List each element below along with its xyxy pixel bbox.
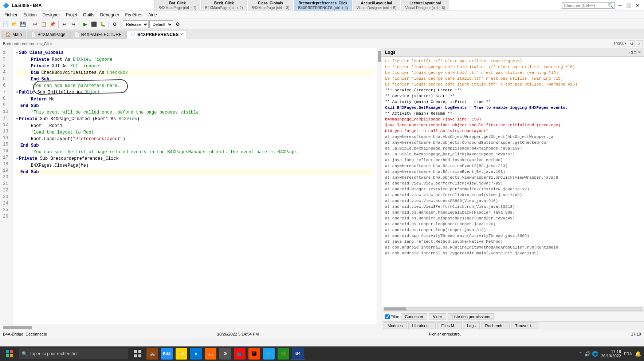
taskbar-clock: 17:19 26/10/2022	[601, 349, 621, 358]
taskbar-app8[interactable]: 🅿	[248, 347, 261, 360]
filter-checkbox[interactable]	[385, 314, 390, 319]
line-number-5: 5	[3, 76, 11, 82]
menu-item-outils[interactable]: Outils	[80, 12, 97, 18]
log-entry: at La.Bible.b4xmainpage_bat_click(b4xmai…	[385, 151, 641, 157]
clear-button[interactable]: Vider	[429, 313, 446, 320]
bottom-tab-modules[interactable]: Modules	[384, 322, 407, 329]
file-tab-b4xmainpage[interactable]: 📄B4XMainPage	[27, 31, 70, 39]
bottom-tab-librairies...[interactable]: Librairies...	[408, 322, 436, 329]
paste-btn[interactable]: 📌	[48, 20, 56, 28]
tray-notifications-icon[interactable]: 🔔	[635, 351, 641, 357]
global-search-input[interactable]	[564, 3, 608, 8]
code-line-10: Return Me	[16, 96, 374, 103]
menu-bar: FichierÉditionDesignerProjetOutilsDébogu…	[0, 11, 644, 19]
log-entry: *** Service (starter) Create ***	[385, 87, 641, 93]
panel-collapse-btn-right[interactable]: ▷	[636, 40, 643, 47]
new-file-btn[interactable]: 📄	[1, 20, 9, 28]
menu-item-designer[interactable]: Designer	[40, 12, 63, 18]
file-tab-main[interactable]: 🏠Main	[1, 31, 26, 39]
cut-btn[interactable]: ✂	[31, 20, 39, 28]
tray-network-icon[interactable]: 🌐	[592, 351, 598, 357]
build-mode-dropdown[interactable]: Release Debug	[123, 20, 149, 28]
line-number-1: 1	[3, 49, 11, 56]
save-btn[interactable]: 💾	[19, 20, 27, 28]
log-entry: at com.android.internal.os.ZygoteInit.ma…	[385, 250, 641, 256]
line-number-4: 4	[3, 69, 11, 76]
panel-collapse-btn-left[interactable]: ◁	[628, 40, 635, 47]
menu-item-édition[interactable]: Édition	[20, 12, 40, 18]
bottom-tab-recherch...[interactable]: Recherch...	[481, 322, 510, 329]
taskbar-app5[interactable]: 🦊	[204, 347, 217, 360]
title-tab-bat-click[interactable]: Bat_ClickB4XMainPage (ctrl + 1)	[154, 0, 200, 11]
svg-rect-5	[138, 350, 141, 353]
logs-collapse-btn[interactable]: ◁	[629, 50, 632, 55]
line-number-15: 15	[3, 141, 11, 148]
taskbar-app10[interactable]: 🌿	[277, 347, 290, 360]
taskbar-search-box[interactable]: 🔍 Taper ici pour rechercher	[19, 348, 128, 359]
editor-scrollbar-horizontal[interactable]	[0, 325, 382, 330]
config-dropdown[interactable]: Default	[149, 20, 173, 28]
taskbar-files-app[interactable]: 📁	[175, 347, 188, 360]
taskbar-castle-app[interactable]: 🏰	[146, 347, 159, 360]
editor-scrollbar-vertical[interactable]	[377, 48, 382, 325]
taskbar-app6[interactable]: ⚙	[219, 347, 232, 360]
file-tab-close[interactable]: ✕	[180, 32, 183, 36]
menu-item-fenêtres[interactable]: Fenêtres	[122, 12, 145, 18]
zoom-dropdown-icon[interactable]: ▾	[624, 41, 627, 46]
permissions-button[interactable]: Liste des permissions	[448, 313, 494, 320]
title-tab-bexit-click[interactable]: Bexit_ClickB4XMainPage (ctrl + 2)	[201, 0, 247, 11]
copy-btn[interactable]: 📋	[40, 20, 48, 28]
file-tab-b4xpreferences[interactable]: 📄B4XPREFERENCES✕	[126, 31, 187, 39]
menu-item-aide[interactable]: Aide	[145, 12, 160, 18]
undo-btn[interactable]: ↩	[60, 20, 68, 28]
title-tab-bretour-click[interactable]: Bretourdepreferences_ClickB4XPREFERENCES…	[294, 0, 352, 11]
taskbar-apps: 🏰 B4A 📁 e 🦊 ⚙ 📺 🅿 🐦 🌿 B4	[131, 347, 305, 360]
minimize-button[interactable]: ─	[616, 2, 624, 9]
taskbar-app7[interactable]: 📺	[233, 347, 246, 360]
code-line-23: ▼Private Sub Bretourdepreferences_Click	[16, 155, 374, 162]
tray-volume-icon[interactable]: 🔊	[584, 351, 590, 357]
taskbar-edge-app[interactable]: e	[189, 347, 203, 360]
fold-icon-23[interactable]: ▼	[16, 156, 18, 162]
file-tab-label: B4XPAGELECTURE	[81, 32, 122, 37]
logs-scrollbar[interactable]	[382, 306, 644, 312]
code-area[interactable]: ▼Sub Class_Globals Private Root As B4XVi…	[13, 48, 377, 325]
taskbar-app9[interactable]: 🐦	[262, 347, 275, 360]
line-number-21: 21	[3, 180, 11, 187]
logs-close-btn[interactable]: ✕	[638, 50, 641, 55]
open-btn[interactable]: 📂	[10, 20, 18, 28]
menu-item-fichier[interactable]: Fichier	[1, 12, 20, 18]
file-tab-b4xpagelecture[interactable]: 📄B4XPAGELECTURE	[70, 31, 126, 39]
taskbar-taskview-btn[interactable]	[131, 347, 144, 360]
bottom-tab-logs[interactable]: Logs	[463, 322, 480, 329]
settings-btn[interactable]: ⚙	[111, 20, 119, 28]
fold-icon-9[interactable]: ▼	[16, 90, 18, 96]
redo-btn[interactable]: ↪	[69, 20, 77, 28]
stop-btn[interactable]: ⬛	[90, 20, 98, 28]
start-button[interactable]	[3, 347, 16, 360]
logs-float-btn[interactable]: □	[634, 50, 636, 55]
debug-btn[interactable]: 🐛	[99, 20, 107, 28]
title-tab-lecture-layout[interactable]: LectureLayout.balVisual Designer (ctrl +…	[401, 0, 449, 11]
title-tab-class-globals[interactable]: Class_GlobalsB4XMainPage (ctrl + 3)	[248, 0, 294, 11]
taskbar-b4a-app[interactable]: B4A	[160, 347, 173, 360]
close-button[interactable]: ✕	[634, 2, 641, 9]
connect-button[interactable]: Connecter	[401, 313, 427, 320]
log-entry: Le fichier 'louis george cafe italic.ttf…	[385, 76, 641, 82]
tray-arrow-icon[interactable]: ⌃	[578, 351, 583, 357]
bottom-tab-trouver-t...[interactable]: Trouver t...	[511, 322, 538, 329]
menu-item-projet[interactable]: Projet	[63, 12, 80, 18]
zoom-indicator: 100% ▾	[613, 41, 627, 46]
bottom-tab-files-m...[interactable]: Files M...	[437, 322, 462, 329]
global-search-box[interactable]: 🔍	[562, 2, 615, 9]
fold-icon-1[interactable]: ▼	[16, 50, 18, 56]
config-settings-btn[interactable]: ⚙	[174, 20, 182, 28]
taskbar-b4a-active[interactable]: B4	[291, 347, 305, 360]
restore-button[interactable]: ⬜	[625, 2, 632, 9]
title-tab-accueil-layout[interactable]: AccueilLayout.balVisual Designer (ctrl +…	[353, 0, 401, 11]
fold-icon-15[interactable]: ▼	[16, 116, 18, 123]
menu-item-déboguer[interactable]: Déboguer	[97, 12, 122, 18]
logs-content[interactable]: Le fichier 'cursif1.ttf' n'est pas utili…	[382, 57, 644, 306]
taskbar-lang: FRA	[624, 352, 632, 356]
run-btn[interactable]: ▶	[81, 20, 89, 28]
